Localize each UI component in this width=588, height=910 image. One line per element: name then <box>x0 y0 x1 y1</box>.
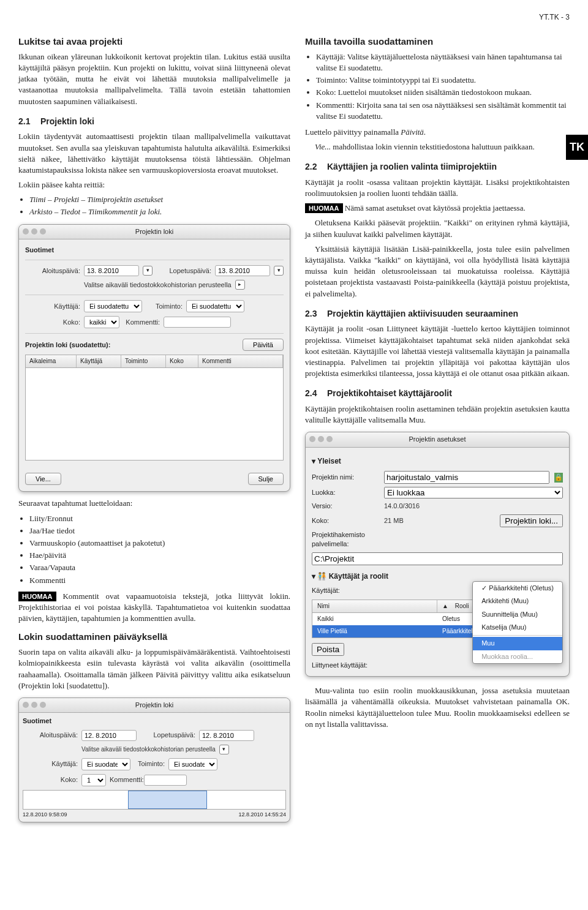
size-value: 21 MB <box>384 516 404 525</box>
history-range-label: Valitse aikaväli tiedostokkokohistorian … <box>84 280 232 290</box>
menu-item[interactable]: Suunnittelija (Muu) <box>473 608 562 621</box>
comment-filter-label: Kommentti: <box>123 318 160 327</box>
refresh-button[interactable]: Päivitä <box>243 339 284 351</box>
log-table-body <box>25 368 284 461</box>
note-badge: HUOMAA <box>305 203 343 213</box>
heading-other-filters: Muilla tavoilla suodattaminen <box>305 35 570 48</box>
section-general: ▾ Yleiset <box>312 456 563 467</box>
comment-filter-input[interactable] <box>164 317 231 328</box>
size-label: Koko: <box>312 516 379 525</box>
action-filter-select[interactable]: Ei suodatettu <box>186 300 244 312</box>
end-date-label: Lopetuspäivä: <box>156 266 211 276</box>
size-filter-select[interactable]: 1 <box>81 774 106 786</box>
heading-filter-by-date: Lokin suodattaminen päiväyksellä <box>18 630 290 643</box>
user-filter-select[interactable]: Ei suodatettu <box>84 300 142 312</box>
start-date-label: Aloituspäivä: <box>23 731 78 740</box>
log-table-header: Aikaleima Käyttäjä Toiminto Koko Komment… <box>25 355 284 368</box>
filters-label: Suotimet <box>23 716 286 726</box>
menu-item-selected[interactable]: Muu <box>473 637 562 650</box>
heading-2-2: 2.2Käyttäjien ja roolien valinta tiimipr… <box>305 161 570 173</box>
list-item: Hae/päivitä <box>29 550 290 561</box>
page-header: YT.TK - 3 <box>18 12 570 23</box>
list-item: Käyttäjä: Valitse käyttäjäluettelosta nä… <box>316 51 570 73</box>
action-filter-label: Toiminto: <box>146 302 183 311</box>
body-text: Lokiin pääsee kahta reittiä: <box>18 179 290 190</box>
body-text: Seuraavat tapahtumat luetteloidaan: <box>18 498 290 509</box>
close-button[interactable]: Sulje <box>248 473 284 485</box>
note-badge: HUOMAA <box>18 592 56 601</box>
project-name-label: Projektin nimi: <box>312 473 379 482</box>
role-context-menu[interactable]: Pääarkkitehti (Oletus) Arkkitehti (Muu) … <box>472 581 563 664</box>
body-text: Vie... mahdollistaa lokin viennin teksti… <box>305 141 570 152</box>
start-date-input[interactable] <box>84 265 139 276</box>
directory-input[interactable] <box>312 552 563 565</box>
project-log-button[interactable]: Projektin loki... <box>500 514 563 527</box>
list-item: Varaa/Vapauta <box>29 562 290 573</box>
action-filter-select[interactable]: Ei suodatettu <box>168 758 217 770</box>
body-text: Käyttäjät ja roolit -osassa valitaan pro… <box>305 177 570 199</box>
list-item: Kommentti: Kirjoita sana tai sen osa näy… <box>316 100 570 122</box>
note-paragraph: HUOMAA Nämä samat asetukset ovat käytöss… <box>305 203 570 214</box>
list-item: Arkisto – Tiedot – Tiimikommentit ja lok… <box>29 206 290 217</box>
start-date-label: Aloituspäivä: <box>25 266 80 276</box>
class-label: Luokka: <box>312 488 379 497</box>
project-settings-dialog: Projektin asetukset ▾ Yleiset Projektin … <box>305 432 570 677</box>
list-item: Jaa/Hae tiedot <box>29 525 290 536</box>
dialog-titlebar: Projektin loki <box>19 225 290 239</box>
user-filter-select[interactable]: Ei suodatettu <box>81 758 130 770</box>
body-text: Luettelo päivittyy painamalla Päivitä. <box>305 127 570 138</box>
directory-label: Projektihakemisto palvelimella: <box>312 530 379 549</box>
section-tab: TK <box>566 135 588 160</box>
end-date-input[interactable] <box>215 265 270 276</box>
menu-item[interactable]: Katselija (Muu) <box>473 621 562 634</box>
body-text: Yksittäisiä käyttäjiä lisätään Lisää-pai… <box>305 244 570 299</box>
start-date-input[interactable] <box>81 730 137 741</box>
dialog-title: Projektin asetukset <box>409 435 466 443</box>
menu-item[interactable]: Pääarkkitehti (Oletus) <box>473 582 562 595</box>
list-item: Kommentti <box>29 575 290 586</box>
route-list: Tiimi – Projekti – Tiimiprojektin asetuk… <box>29 194 290 217</box>
log-filtered-label: Projektin loki (suodatettu): <box>25 340 110 350</box>
lock-icon[interactable]: 🔒 <box>554 473 563 482</box>
date-stepper-icon[interactable]: ▾ <box>274 266 284 276</box>
version-value: 14.0.0/3016 <box>384 502 420 511</box>
window-controls[interactable] <box>309 436 333 442</box>
project-name-input[interactable] <box>384 471 549 484</box>
action-filter-label: Toiminto: <box>134 759 165 769</box>
class-select[interactable]: Ei luokkaa <box>384 487 563 498</box>
window-controls[interactable] <box>23 702 46 708</box>
user-filter-label: Käyttäjä: <box>23 759 78 769</box>
note-paragraph: HUOMAA Kommentit ovat vapaamuotoisia tek… <box>18 591 290 625</box>
project-log-dialog-small: Projektin loki Suotimet Aloituspäivä: Lo… <box>18 698 290 822</box>
body-text: Suorin tapa on valita aikaväli alku- ja … <box>18 647 290 691</box>
end-date-input[interactable] <box>199 730 254 741</box>
export-button[interactable]: Vie... <box>25 473 61 485</box>
events-list: Liity/Eronnut Jaa/Hae tiedot Varmuuskopi… <box>29 513 290 586</box>
body-text: Käyttäjät ja roolit -osan Liittyneet käy… <box>305 323 570 379</box>
version-label: Versio: <box>312 502 379 511</box>
collapse-icon[interactable]: ▾ <box>219 745 229 754</box>
size-filter-label: Koko: <box>23 775 78 784</box>
list-item: Toiminto: Valitse toimintotyyppi tai Ei … <box>316 75 570 86</box>
section-users-roles: ▾ 🧑‍🤝‍🧑 Käyttäjät ja roolit <box>312 571 563 582</box>
end-date-label: Lopetuspäivä: <box>140 731 195 740</box>
user-filter-label: Käyttäjä: <box>25 302 80 311</box>
heading-2-4: 2.4Projektikohtaiset käyttäjäroolit <box>305 388 570 400</box>
window-controls[interactable] <box>23 228 46 235</box>
comment-filter-input[interactable] <box>144 775 187 786</box>
remove-user-button[interactable]: Poista <box>312 643 344 656</box>
body-text: Oletuksena Kaikki pääsevät projektiin. "… <box>305 217 570 239</box>
body-text: Muu-valinta tuo esiin roolin muokkausikk… <box>305 685 570 730</box>
size-filter-select[interactable]: kaikki <box>84 316 119 328</box>
dialog-title: Projektin loki <box>135 701 173 709</box>
history-range-label: Valitse aikaväli tiedostokkokohistorian … <box>81 745 216 754</box>
body-text: Lokiin täydentyvät automaattisesti proje… <box>18 131 290 176</box>
menu-item[interactable]: Arkkitehti (Muu) <box>473 595 562 607</box>
expand-icon[interactable]: ▸ <box>235 280 245 290</box>
timeline-graph[interactable] <box>23 790 286 810</box>
heading-2-1: 2.1Projektin loki <box>18 116 290 128</box>
list-item: Koko: Luetteloi muutokset niiden sisältä… <box>316 87 570 98</box>
date-stepper-icon[interactable]: ▾ <box>143 266 153 276</box>
list-item: Liity/Eronnut <box>29 513 290 524</box>
heading-lock-project: Lukitse tai avaa projekti <box>18 35 290 48</box>
